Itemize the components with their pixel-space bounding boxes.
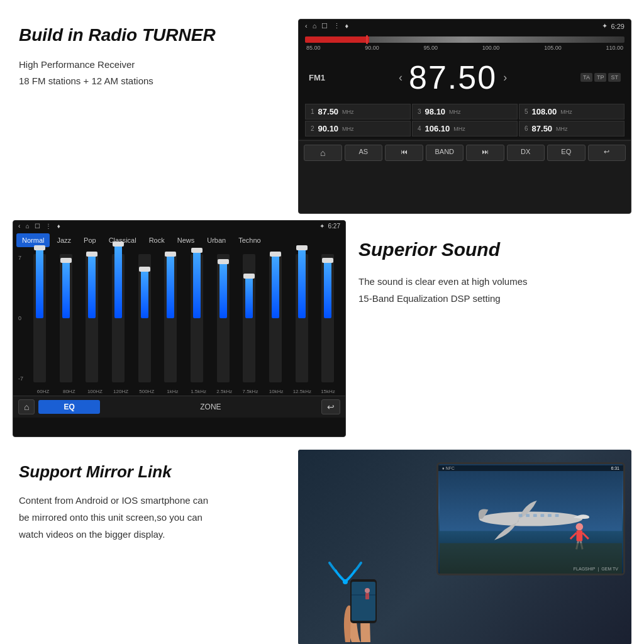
eq-band-25khz[interactable] [211,252,236,385]
menu-icon[interactable]: ⋮ [333,22,340,30]
radio-dx-button[interactable]: DX [507,145,545,161]
sound-line2: 15-Band Equalization DSP setting [358,290,631,307]
mic-icon: ♦ [345,22,349,30]
freq-next-button[interactable]: › [503,71,507,84]
eq-band-60hz[interactable] [27,252,52,385]
freq-120hz: 120HZ [109,389,133,394]
freq-75khz: 7.5kHz [238,389,262,394]
eq-tab-pop[interactable]: Pop [78,233,102,247]
radio-prev-button[interactable]: ⏮ [385,145,423,161]
preset-6[interactable]: 6 87.50 MHz [519,121,625,136]
eq-tab-techno[interactable]: Techno [233,233,266,247]
eq-band-10khz[interactable] [263,252,288,385]
eq-tab-rock[interactable]: Rock [143,233,170,247]
svg-rect-6 [540,514,544,517]
eq-band-handle-100hz[interactable] [86,252,97,257]
eq-band-120hz[interactable] [106,252,131,385]
airplane-svg [438,464,623,574]
eq-tab-news[interactable]: News [172,233,201,247]
screen-branding: FLAGSHIP | GEM TV [574,567,618,571]
preset-5[interactable]: 5 108.00 MHz [519,104,625,119]
eq-band-15khz[interactable] [184,252,209,385]
window-icon[interactable]: ☐ [321,22,328,30]
eq-band-handle-120hz[interactable] [113,242,124,247]
eq-band-fill-500hz [141,269,148,318]
eq-band-fill-1khz [167,254,174,318]
freq-label-110: 110.00 [606,45,623,51]
eq-band-handle-25khz[interactable] [218,259,229,264]
radio-home-button[interactable]: ⌂ [304,145,342,161]
eq-band-fill-125khz [298,248,306,318]
radio-next-button[interactable]: ⏭ [466,145,504,161]
fm-label: FM1 [309,73,325,82]
svg-rect-3 [519,514,523,517]
freq-10khz: 10kHz [264,389,289,394]
eq-band-handle-75khz[interactable] [243,274,255,279]
status-left-icons: ‹ ⌂ ☐ ⋮ ♦ [305,22,352,30]
eq-y-labels: 7 0 -7 [18,252,26,385]
eq-band-fill-10khz [272,254,279,318]
eq-band-handle-125khz[interactable] [296,245,308,250]
badge-tp: TP [594,73,607,82]
radio-band-button[interactable]: BAND [426,145,464,161]
eq-band-handle-15khz[interactable] [191,248,203,253]
eq-bottom-bar: ⌂ EQ ZONE ↩ [13,396,345,418]
eq-tab-jazz[interactable]: Jazz [51,233,77,247]
freq-label-85: 85.00 [306,45,321,51]
eq-eq-button[interactable]: EQ [38,400,99,414]
preset-2[interactable]: 2 90.10 MHz [305,121,411,136]
radio-status-bar: ‹ ⌂ ☐ ⋮ ♦ ✦ 6:29 [299,19,631,33]
badge-st: ST [608,73,621,82]
radio-toolbar: ⌂ AS ⏮ BAND ⏭ DX EQ ↩ [299,140,631,165]
eq-bt-icon: ✦ [319,223,325,230]
eq-band-handle-500hz[interactable] [139,267,150,272]
eq-band-75khz[interactable] [236,252,262,385]
presets-grid: 1 87.50 MHz 3 98.10 MHz 5 108.00 MHz 2 9… [299,101,631,139]
eq-band-handle-60hz[interactable] [34,245,45,250]
home-icon[interactable]: ⌂ [313,22,317,30]
car-head-unit: ♦ NFC 6:31 [436,462,625,575]
freq-bar[interactable] [305,36,625,43]
fm-frequency-display: 87.50 [409,58,497,96]
eq-band-handle-80hz[interactable] [60,258,72,263]
eq-band-handle-15k[interactable] [322,258,333,263]
unit-status-bar: ♦ NFC 6:31 [438,465,623,471]
freq-prev-button[interactable]: ‹ [399,71,402,84]
freq-slider-area[interactable]: 85.00 90.00 95.00 100.00 105.00 110.00 [299,33,631,53]
eq-band-handle-1khz[interactable] [165,252,176,257]
eq-band-500hz[interactable] [132,252,157,385]
mirror-line3: watch videos on the bigger display. [19,526,286,543]
eq-band-1khz[interactable] [158,252,183,385]
preset-3[interactable]: 3 98.10 MHz [412,104,518,119]
eq-tab-urban[interactable]: Urban [201,233,231,247]
radio-eq-button[interactable]: EQ [547,145,586,161]
status-time: 6:29 [611,23,625,30]
eq-band-fill-100hz [88,254,96,318]
mirror-line2: be mirrored onto this unit screen,so you… [19,509,286,526]
freq-60hz: 60HZ [31,389,55,394]
eq-band-handle-10khz[interactable] [270,252,281,257]
preset-4[interactable]: 4 106.10 MHz [412,121,518,136]
eq-band-15k[interactable] [315,252,340,385]
sound-line1: The sound is clear even at high volumes [358,273,631,290]
preset-1[interactable]: 1 87.50 MHz [305,104,411,119]
bottom-row: Support Mirror Link Content from Android… [0,443,644,644]
brand-separator: | [597,567,599,571]
radio-back-button[interactable]: ↩ [588,145,626,161]
eq-band-100hz[interactable] [79,252,104,385]
eq-status-time: 6:27 [328,223,340,230]
fm-display: FM1 ‹ 87.50 › TA TP ST [299,53,631,101]
radio-screen: ‹ ⌂ ☐ ⋮ ♦ ✦ 6:29 85.00 90.00 95.00 100.0… [298,19,631,214]
eq-band-fill-15k [324,260,331,318]
eq-band-125khz[interactable] [289,252,314,385]
radio-as-button[interactable]: AS [345,145,383,161]
eq-screen: ‹ ⌂ ☐ ⋮ ♦ ✦ 6:27 Normal Jazz Pop Classic… [13,220,346,437]
eq-y-7: 7 [18,255,23,261]
eq-band-80hz[interactable] [53,252,79,385]
eq-status-bar: ‹ ⌂ ☐ ⋮ ♦ ✦ 6:27 [13,221,345,231]
eq-home-button[interactable]: ⌂ [18,399,35,414]
back-icon[interactable]: ‹ [305,22,308,30]
brand1: FLAGSHIP [574,567,596,571]
eq-back-button[interactable]: ↩ [321,399,340,414]
hand-svg [333,560,389,642]
